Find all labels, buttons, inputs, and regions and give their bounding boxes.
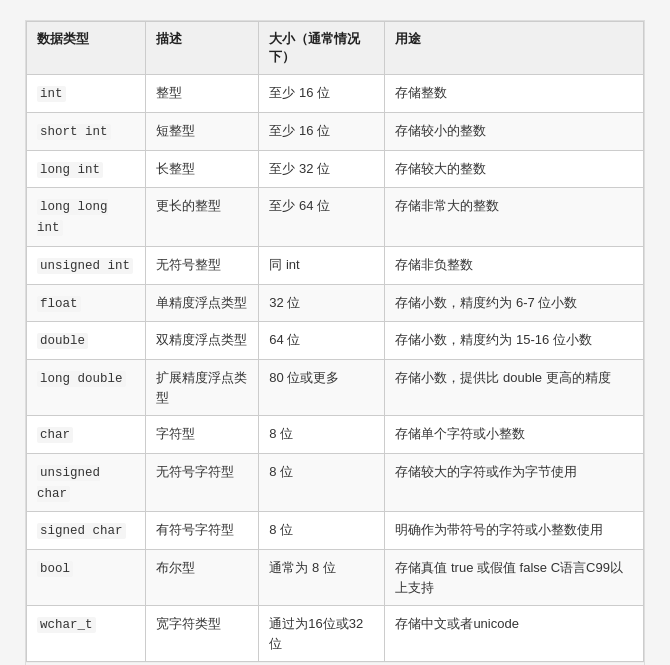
cell-size: 32 位: [259, 284, 385, 322]
cell-desc: 无符号字符型: [146, 453, 259, 512]
cell-usage: 存储较大的整数: [385, 150, 644, 188]
cell-size: 至少 64 位: [259, 188, 385, 247]
table-row: long long int更长的整型至少 64 位存储非常大的整数: [27, 188, 644, 247]
cell-size: 8 位: [259, 416, 385, 454]
cell-desc: 双精度浮点类型: [146, 322, 259, 360]
cell-desc: 有符号字符型: [146, 512, 259, 550]
cell-usage: 存储单个字符或小整数: [385, 416, 644, 454]
cell-desc: 字符型: [146, 416, 259, 454]
table-row: unsigned char无符号字符型8 位存储较大的字符或作为字节使用: [27, 453, 644, 512]
cell-type: wchar_t: [27, 606, 146, 662]
table-header-row: 数据类型 描述 大小（通常情况下） 用途: [27, 22, 644, 75]
cell-type: unsigned int: [27, 246, 146, 284]
cell-size: 80 位或更多: [259, 360, 385, 416]
cell-desc: 布尔型: [146, 550, 259, 606]
table-row: double双精度浮点类型64 位存储小数，精度约为 15-16 位小数: [27, 322, 644, 360]
table-row: signed char有符号字符型8 位明确作为带符号的字符或小整数使用: [27, 512, 644, 550]
cell-type: bool: [27, 550, 146, 606]
cell-type: short int: [27, 112, 146, 150]
cell-type: long long int: [27, 188, 146, 247]
cell-usage: 存储小数，精度约为 6-7 位小数: [385, 284, 644, 322]
col-header-size: 大小（通常情况下）: [259, 22, 385, 75]
cell-desc: 扩展精度浮点类型: [146, 360, 259, 416]
table-row: unsigned int无符号整型同 int存储非负整数: [27, 246, 644, 284]
cell-type: signed char: [27, 512, 146, 550]
cell-type: float: [27, 284, 146, 322]
col-header-desc: 描述: [146, 22, 259, 75]
table-row: float单精度浮点类型32 位存储小数，精度约为 6-7 位小数: [27, 284, 644, 322]
cell-size: 64 位: [259, 322, 385, 360]
cell-type: long double: [27, 360, 146, 416]
table-row: long double扩展精度浮点类型80 位或更多存储小数，提供比 doubl…: [27, 360, 644, 416]
cell-usage: 存储较小的整数: [385, 112, 644, 150]
cell-usage: 存储真值 true 或假值 false C语言C99以上支持: [385, 550, 644, 606]
cell-desc: 整型: [146, 75, 259, 113]
cell-size: 至少 32 位: [259, 150, 385, 188]
cell-desc: 短整型: [146, 112, 259, 150]
cell-type: int: [27, 75, 146, 113]
cell-usage: 存储中文或者unicode: [385, 606, 644, 662]
cell-size: 8 位: [259, 453, 385, 512]
cell-size: 同 int: [259, 246, 385, 284]
cell-type: long int: [27, 150, 146, 188]
cell-desc: 无符号整型: [146, 246, 259, 284]
table-row: wchar_t宽字符类型通过为16位或32位存储中文或者unicode: [27, 606, 644, 662]
cell-type: char: [27, 416, 146, 454]
table-row: long int长整型至少 32 位存储较大的整数: [27, 150, 644, 188]
table-row: bool布尔型通常为 8 位存储真值 true 或假值 false C语言C99…: [27, 550, 644, 606]
cell-size: 至少 16 位: [259, 75, 385, 113]
cell-type: unsigned char: [27, 453, 146, 512]
table-row: char字符型8 位存储单个字符或小整数: [27, 416, 644, 454]
cell-size: 通过为16位或32位: [259, 606, 385, 662]
data-type-table-wrapper: 数据类型 描述 大小（通常情况下） 用途 int整型至少 16 位存储整数sho…: [25, 20, 645, 665]
cell-desc: 更长的整型: [146, 188, 259, 247]
table-row: int整型至少 16 位存储整数: [27, 75, 644, 113]
col-header-usage: 用途: [385, 22, 644, 75]
cell-usage: 存储较大的字符或作为字节使用: [385, 453, 644, 512]
cell-usage: 存储非常大的整数: [385, 188, 644, 247]
cell-desc: 单精度浮点类型: [146, 284, 259, 322]
cell-usage: 存储整数: [385, 75, 644, 113]
cell-usage: 存储非负整数: [385, 246, 644, 284]
data-type-table: 数据类型 描述 大小（通常情况下） 用途 int整型至少 16 位存储整数sho…: [26, 21, 644, 662]
col-header-type: 数据类型: [27, 22, 146, 75]
cell-size: 至少 16 位: [259, 112, 385, 150]
cell-size: 8 位: [259, 512, 385, 550]
cell-size: 通常为 8 位: [259, 550, 385, 606]
cell-usage: 明确作为带符号的字符或小整数使用: [385, 512, 644, 550]
cell-type: double: [27, 322, 146, 360]
cell-usage: 存储小数，提供比 double 更高的精度: [385, 360, 644, 416]
table-row: short int短整型至少 16 位存储较小的整数: [27, 112, 644, 150]
cell-usage: 存储小数，精度约为 15-16 位小数: [385, 322, 644, 360]
cell-desc: 长整型: [146, 150, 259, 188]
cell-desc: 宽字符类型: [146, 606, 259, 662]
